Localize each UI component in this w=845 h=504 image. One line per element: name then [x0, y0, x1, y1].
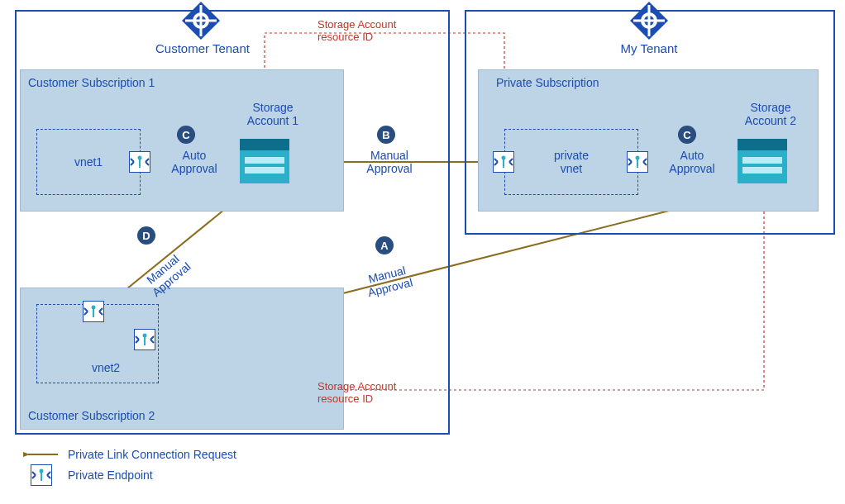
- svg-point-35: [40, 469, 44, 473]
- azure-ad-icon: [180, 0, 222, 41]
- resource-id-label-bottom: Storage Account resource ID: [317, 380, 396, 405]
- legend-endpoint: Private Endpoint: [23, 464, 236, 486]
- badge-B: B: [377, 126, 395, 144]
- svg-rect-15: [245, 157, 284, 164]
- svg-rect-13: [240, 139, 289, 150]
- customer-sub1-label: Customer Subscription 1: [28, 76, 155, 89]
- resource-id-label-top: Storage Account resource ID: [317, 18, 396, 43]
- private-sub-label: Private Subscription: [496, 76, 599, 89]
- private-vnet-label: private vnet: [554, 149, 589, 175]
- vnet1-box: vnet1: [36, 129, 141, 195]
- svg-point-11: [138, 156, 142, 160]
- storage2-label: Storage Account 2: [738, 101, 804, 127]
- svg-point-21: [143, 334, 147, 338]
- svg-rect-32: [742, 167, 782, 174]
- private-endpoint-icon: [134, 329, 155, 350]
- approval-C2: Auto Approval: [663, 149, 721, 175]
- svg-point-27: [636, 156, 640, 160]
- badge-C1: C: [177, 126, 195, 144]
- badge-A: A: [375, 236, 394, 254]
- private-endpoint-icon: [83, 301, 104, 322]
- diagram-canvas: Customer Tenant My Tenant Customer Subsc…: [0, 0, 845, 504]
- storage1-label: Storage Account 1: [240, 101, 306, 127]
- my-tenant-label: My Tenant: [612, 41, 686, 55]
- azure-ad-icon: [628, 0, 670, 41]
- approval-B: Manual Approval: [360, 149, 418, 175]
- badge-C2: C: [678, 126, 696, 144]
- storage-icon: [738, 139, 787, 183]
- svg-rect-16: [245, 167, 284, 174]
- approval-C1: Auto Approval: [165, 149, 223, 175]
- private-vnet-box: private vnet: [504, 129, 638, 195]
- svg-rect-29: [738, 139, 787, 150]
- private-endpoint-icon: [493, 151, 514, 173]
- legend: Private Link Connection Request Private …: [23, 445, 236, 489]
- storage-icon: [240, 139, 289, 183]
- legend-endpoint-label: Private Endpoint: [68, 468, 153, 482]
- legend-request-label: Private Link Connection Request: [68, 448, 236, 461]
- private-endpoint-icon: [129, 151, 150, 173]
- private-endpoint-icon: [627, 151, 648, 173]
- legend-request: Private Link Connection Request: [23, 448, 236, 461]
- badge-D: D: [137, 226, 155, 245]
- svg-rect-31: [742, 157, 782, 164]
- vnet2-label: vnet2: [92, 361, 120, 374]
- customer-tenant-label: Customer Tenant: [149, 41, 256, 55]
- customer-sub2-label: Customer Subscription 2: [28, 409, 155, 422]
- vnet1-label: vnet1: [74, 155, 103, 169]
- svg-point-18: [92, 306, 96, 310]
- svg-point-24: [502, 156, 506, 160]
